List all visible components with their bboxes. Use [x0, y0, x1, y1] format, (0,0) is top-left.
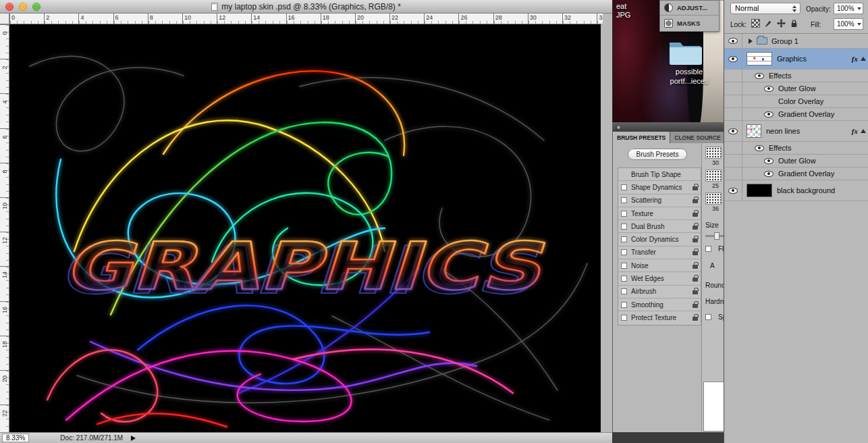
- brush-option-checkbox[interactable]: [621, 263, 627, 269]
- zoom-level-field[interactable]: 8.33%: [2, 434, 29, 442]
- lock-icon[interactable]: [693, 238, 698, 242]
- eye-icon[interactable]: [764, 158, 774, 164]
- eye-icon[interactable]: [728, 188, 738, 194]
- brush-option-row[interactable]: Scattering: [618, 194, 701, 207]
- brush-option-checkbox[interactable]: [621, 288, 627, 294]
- spacing-checkbox[interactable]: [705, 314, 711, 320]
- layer-name[interactable]: Group 1: [771, 37, 798, 45]
- visibility-toggle[interactable]: [724, 95, 742, 107]
- brush-option-checkbox[interactable]: [621, 276, 627, 282]
- layer-row-content[interactable]: Color Overlay: [742, 95, 868, 107]
- brush-option-checkbox[interactable]: [621, 302, 627, 308]
- lock-icon[interactable]: [693, 304, 698, 308]
- layer-row[interactable]: Effects: [724, 70, 868, 82]
- visibility-toggle[interactable]: [724, 167, 742, 180]
- lock-position-icon[interactable]: [777, 19, 786, 28]
- collapsed-panel-tab[interactable]: ADJUST...: [660, 1, 719, 16]
- eye-icon[interactable]: [728, 128, 738, 134]
- fx-badge[interactable]: fx: [852, 127, 858, 135]
- blend-mode-dropdown[interactable]: Normal: [730, 3, 801, 14]
- eye-icon[interactable]: [764, 111, 774, 118]
- folder-name-label[interactable]: possible portf...ieces: [657, 68, 722, 86]
- effect-visibility-toggle[interactable]: [764, 111, 774, 118]
- eye-icon[interactable]: [728, 56, 738, 62]
- effect-visibility-toggle[interactable]: [755, 73, 764, 79]
- layer-row[interactable]: Color Overlay: [724, 95, 868, 108]
- layer-name[interactable]: black background: [777, 186, 835, 194]
- layer-row[interactable]: Gradient Overlay: [724, 108, 868, 121]
- visibility-toggle[interactable]: [724, 108, 742, 120]
- visibility-toggle[interactable]: [724, 142, 742, 154]
- lock-icon[interactable]: [693, 186, 698, 190]
- lock-icon[interactable]: [693, 278, 698, 282]
- brush-option-row[interactable]: Color Dynamics: [618, 233, 701, 246]
- file-name-label[interactable]: eat JPG: [616, 2, 630, 19]
- layer-row-content[interactable]: black background: [742, 180, 868, 201]
- fill-value-field[interactable]: 100%: [834, 18, 863, 30]
- brush-option-checkbox[interactable]: [621, 184, 627, 190]
- lock-icon[interactable]: [693, 226, 698, 230]
- layer-name[interactable]: neon lines: [766, 127, 800, 135]
- visibility-toggle[interactable]: [724, 49, 742, 69]
- layer-name[interactable]: Outer Glow: [778, 157, 816, 165]
- brush-option-row[interactable]: Transfer: [618, 246, 701, 259]
- eye-icon[interactable]: [755, 145, 764, 151]
- brush-option-checkbox[interactable]: [621, 249, 627, 255]
- status-menu-arrow-icon[interactable]: [131, 436, 136, 441]
- layer-row[interactable]: neon lines fx: [724, 121, 868, 142]
- group-disclosure-triangle-icon[interactable]: [749, 38, 753, 44]
- brush-option-row[interactable]: Wet Edges: [618, 272, 701, 285]
- flip-checkbox[interactable]: [705, 246, 711, 252]
- brush-option-row[interactable]: Dual Brush: [618, 220, 701, 233]
- window-title-bar[interactable]: my laptop skin .psd @ 8.33% (Graphics, R…: [0, 0, 612, 14]
- lock-icon[interactable]: [693, 213, 698, 217]
- effect-visibility-toggle[interactable]: [764, 99, 774, 105]
- visibility-toggle[interactable]: [724, 70, 742, 82]
- panel-tab[interactable]: BRUSH PRESETS: [613, 132, 670, 143]
- lock-icon[interactable]: [693, 290, 698, 294]
- effect-visibility-toggle[interactable]: [764, 86, 774, 92]
- layer-row[interactable]: black background: [724, 180, 868, 201]
- layer-row[interactable]: Group 1: [724, 34, 868, 49]
- layer-thumbnail[interactable]: [747, 124, 761, 138]
- eye-icon[interactable]: [764, 171, 774, 177]
- folder-icon[interactable]: [668, 38, 702, 65]
- size-slider[interactable]: [705, 235, 724, 237]
- brush-option-checkbox[interactable]: [621, 197, 627, 203]
- layer-row[interactable]: Graphics fx: [724, 49, 868, 70]
- brush-option-row[interactable]: Noise: [618, 259, 701, 272]
- layer-thumbnail[interactable]: [747, 184, 772, 197]
- opacity-value-field[interactable]: 100%: [834, 3, 863, 14]
- layer-row[interactable]: Effects: [724, 142, 868, 155]
- brush-option-row[interactable]: Airbrush: [618, 286, 701, 298]
- brush-option-checkbox[interactable]: [621, 236, 627, 242]
- panel-tab[interactable]: CLONE SOURCE: [670, 132, 725, 143]
- visibility-toggle[interactable]: [724, 82, 742, 95]
- layer-row-content[interactable]: Gradient Overlay: [742, 167, 868, 180]
- brush-presets-button[interactable]: Brush Presets: [628, 149, 687, 160]
- eye-icon[interactable]: [755, 73, 764, 79]
- layer-name[interactable]: Outer Glow: [778, 84, 816, 93]
- brush-option-row[interactable]: Shape Dynamics: [618, 181, 701, 194]
- layer-name[interactable]: Effects: [769, 72, 791, 80]
- brush-option-row[interactable]: Brush Tip Shape: [618, 168, 701, 181]
- eye-icon[interactable]: [764, 86, 774, 92]
- layer-row[interactable]: Outer Glow: [724, 155, 868, 167]
- effects-collapse-chevron-icon[interactable]: [861, 57, 866, 61]
- visibility-toggle[interactable]: [724, 121, 742, 141]
- layer-row[interactable]: Outer Glow: [724, 82, 868, 95]
- layer-thumbnail[interactable]: [747, 52, 772, 66]
- lock-transparency-icon[interactable]: [751, 19, 760, 28]
- effect-visibility-toggle[interactable]: [764, 158, 774, 164]
- visibility-toggle[interactable]: [724, 34, 742, 48]
- lock-icon[interactable]: [693, 317, 698, 321]
- canvas[interactable]: GRAPHICS GRAPHICS: [9, 24, 601, 432]
- brush-option-checkbox[interactable]: [621, 315, 627, 321]
- brush-tip-preset[interactable]: 30: [705, 147, 724, 166]
- brush-option-checkbox[interactable]: [621, 224, 627, 230]
- layer-row-content[interactable]: Outer Glow: [742, 82, 868, 95]
- brush-option-row[interactable]: Protect Texture: [618, 311, 701, 324]
- spinner-arrow-icon[interactable]: [857, 23, 861, 26]
- effects-collapse-chevron-icon[interactable]: [861, 129, 866, 133]
- brush-option-row[interactable]: Texture: [618, 207, 701, 220]
